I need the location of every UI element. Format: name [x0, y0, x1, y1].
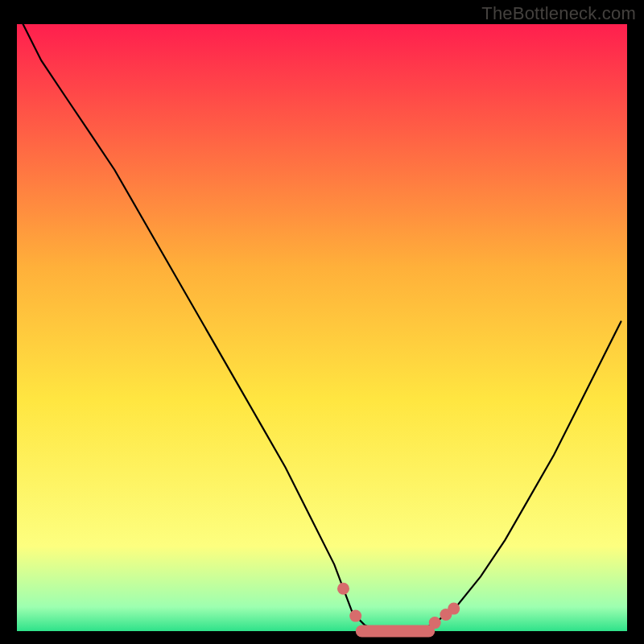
- marker-dot: [448, 603, 460, 615]
- marker-dot: [337, 583, 349, 595]
- bottleneck-chart: [0, 0, 644, 644]
- chart-stage: { "watermark": "TheBottleneck.com", "col…: [0, 0, 644, 644]
- marker-dot: [349, 610, 361, 622]
- watermark-text: TheBottleneck.com: [481, 3, 636, 24]
